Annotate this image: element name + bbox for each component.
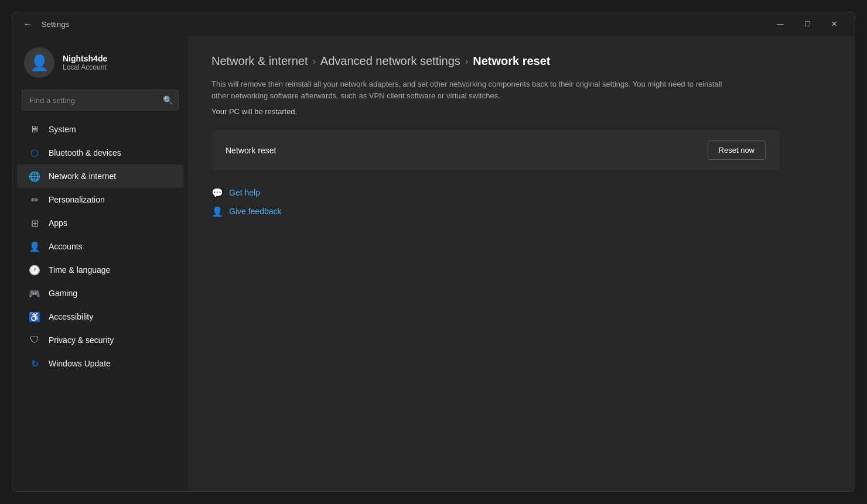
sidebar-item-privacy[interactable]: 🛡 Privacy & security bbox=[17, 328, 183, 352]
give-feedback-link[interactable]: 👤 Give feedback bbox=[211, 205, 831, 217]
breadcrumb-sep-2: › bbox=[465, 56, 468, 67]
user-account-type: Local Account bbox=[63, 63, 107, 71]
user-profile: 👤 Nightsh4de Local Account bbox=[12, 36, 188, 87]
sidebar-item-label-accounts: Accounts bbox=[49, 242, 83, 251]
give-feedback-icon: 👤 bbox=[211, 205, 223, 217]
sidebar-item-accessibility[interactable]: ♿ Accessibility bbox=[17, 305, 183, 328]
window-title: Settings bbox=[42, 20, 69, 29]
minimize-button[interactable]: — bbox=[767, 12, 794, 36]
sidebar-item-label-gaming: Gaming bbox=[49, 289, 77, 298]
sidebar-item-label-bluetooth: Bluetooth & devices bbox=[49, 148, 121, 157]
sidebar-item-label-system: System bbox=[49, 125, 76, 134]
breadcrumb-network[interactable]: Network & internet bbox=[211, 54, 308, 68]
time-icon: 🕐 bbox=[29, 264, 40, 276]
sidebar-item-system[interactable]: 🖥 System bbox=[17, 118, 183, 141]
sidebar-item-label-accessibility: Accessibility bbox=[49, 312, 93, 321]
restart-notice: Your PC will be restarted. bbox=[211, 107, 831, 116]
sidebar-item-label-network: Network & internet bbox=[49, 172, 116, 181]
search-input[interactable] bbox=[22, 90, 179, 111]
sidebar-item-label-privacy: Privacy & security bbox=[49, 335, 114, 345]
get-help-label: Get help bbox=[229, 188, 260, 197]
network-icon: 🌐 bbox=[29, 170, 40, 182]
help-links: 💬 Get help 👤 Give feedback bbox=[211, 187, 831, 217]
titlebar-left: ← Settings bbox=[19, 16, 69, 32]
sidebar-item-label-personalization: Personalization bbox=[49, 195, 105, 204]
sidebar-item-personalization[interactable]: ✏ Personalization bbox=[17, 188, 183, 211]
page-title: Network reset bbox=[473, 54, 550, 68]
accessibility-icon: ♿ bbox=[29, 311, 40, 323]
breadcrumb-sep-1: › bbox=[313, 56, 316, 67]
user-name: Nightsh4de bbox=[63, 54, 107, 63]
sidebar-item-apps[interactable]: ⊞ Apps bbox=[17, 211, 183, 235]
reset-now-button[interactable]: Reset now bbox=[708, 140, 766, 160]
sidebar-item-label-time: Time & language bbox=[49, 265, 110, 275]
settings-window: ← Settings — ☐ ✕ 👤 Nightsh4de Local Acco… bbox=[12, 12, 855, 492]
sidebar-item-windows-update[interactable]: ↻ Windows Update bbox=[17, 352, 183, 375]
user-info: Nightsh4de Local Account bbox=[63, 54, 107, 71]
give-feedback-label: Give feedback bbox=[229, 207, 282, 216]
close-button[interactable]: ✕ bbox=[821, 12, 848, 36]
back-button[interactable]: ← bbox=[19, 16, 36, 32]
privacy-icon: 🛡 bbox=[29, 334, 40, 346]
sidebar-item-bluetooth[interactable]: ⬡ Bluetooth & devices bbox=[17, 141, 183, 164]
page-description: This will remove then reinstall all your… bbox=[211, 78, 739, 101]
sidebar: 👤 Nightsh4de Local Account 🔍 🖥 System ⬡ … bbox=[12, 36, 188, 491]
personalization-icon: ✏ bbox=[29, 194, 40, 205]
system-icon: 🖥 bbox=[29, 124, 40, 135]
sidebar-item-label-windows-update: Windows Update bbox=[49, 359, 111, 368]
maximize-button[interactable]: ☐ bbox=[794, 12, 821, 36]
content-area: Network & internet › Advanced network se… bbox=[188, 36, 855, 491]
apps-icon: ⊞ bbox=[29, 217, 40, 229]
get-help-link[interactable]: 💬 Get help bbox=[211, 187, 831, 198]
avatar: 👤 bbox=[24, 47, 54, 78]
titlebar-controls: — ☐ ✕ bbox=[767, 12, 848, 36]
windows-update-icon: ↻ bbox=[29, 358, 40, 369]
titlebar: ← Settings — ☐ ✕ bbox=[12, 12, 855, 36]
search-box: 🔍 bbox=[22, 90, 179, 111]
breadcrumb: Network & internet › Advanced network se… bbox=[211, 54, 831, 68]
sidebar-item-label-apps: Apps bbox=[49, 218, 67, 228]
sidebar-item-accounts[interactable]: 👤 Accounts bbox=[17, 235, 183, 258]
reset-card-label: Network reset bbox=[226, 146, 276, 155]
bluetooth-icon: ⬡ bbox=[29, 147, 40, 159]
breadcrumb-advanced[interactable]: Advanced network settings bbox=[320, 54, 460, 68]
sidebar-item-gaming[interactable]: 🎮 Gaming bbox=[17, 282, 183, 305]
main-content: 👤 Nightsh4de Local Account 🔍 🖥 System ⬡ … bbox=[12, 36, 855, 491]
network-reset-card: Network reset Reset now bbox=[211, 130, 780, 170]
accounts-icon: 👤 bbox=[29, 241, 40, 252]
sidebar-item-network[interactable]: 🌐 Network & internet bbox=[17, 164, 183, 188]
gaming-icon: 🎮 bbox=[29, 287, 40, 299]
sidebar-item-time[interactable]: 🕐 Time & language bbox=[17, 258, 183, 282]
get-help-icon: 💬 bbox=[211, 187, 223, 198]
